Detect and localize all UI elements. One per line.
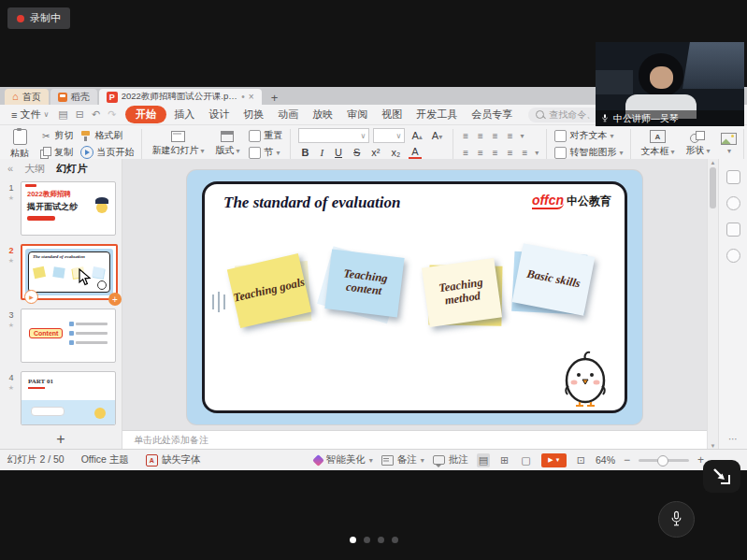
slideshow-play-button[interactable]: ▶ ▾ [541,453,567,467]
carousel-dot[interactable] [378,537,384,543]
carousel-dot[interactable] [350,537,356,543]
superscript-button[interactable]: x² [368,147,382,158]
menu-item-member[interactable]: 会员专享 [465,106,519,123]
normal-view-button[interactable]: ▤ [477,453,490,467]
zoom-out-button[interactable]: − [624,453,630,467]
redo-icon[interactable]: ↷ [104,108,120,121]
animation-panel-icon[interactable] [726,196,740,210]
indent-decrease-icon[interactable]: ≡ [491,131,500,141]
theme-name[interactable]: Office 主题 [81,453,129,467]
file-menu-button[interactable]: ≡ 文件 ∨ [6,108,54,122]
paste-button[interactable]: 粘贴 [4,127,36,161]
add-slide-button[interactable]: + [0,429,122,450]
italic-button[interactable]: I [317,147,326,158]
indent-increase-icon[interactable]: ≡ [506,131,515,141]
text-box-button[interactable]: 文本框 ▾ [636,127,679,161]
align-center-icon[interactable]: ≡ [476,148,485,158]
reset-button[interactable]: 重置 [246,129,285,142]
shapes-button[interactable]: 形状 ▾ [681,127,714,161]
slide-edit-area[interactable]: The standard of evaluation offcn 中公教育 Te… [122,159,707,430]
bullets-icon[interactable]: ≡ [461,131,470,141]
slideshow-settings-icon[interactable]: ⊡ [575,453,587,467]
zoom-level[interactable]: 64% [596,454,615,466]
smart-beautify-button[interactable]: 智能美化 ▾ [314,453,373,467]
design-panel-icon[interactable] [726,223,740,237]
slide-sorter-view-button[interactable]: ⊞ [498,453,510,467]
strikethrough-button[interactable]: S [351,147,363,158]
menu-item-view[interactable]: 视图 [375,106,409,123]
new-slide-button[interactable]: 新建幻灯片 ▾ [147,127,208,161]
scroll-up-icon[interactable]: ▲ [711,160,716,165]
underline-button[interactable]: U [332,147,345,158]
menu-item-devtools[interactable]: 开发工具 [409,106,464,123]
subscript-button[interactable]: x₂ [389,147,404,158]
tab-home[interactable]: ⌂ 首页 [5,89,49,105]
scrollbar-thumb[interactable] [710,167,716,208]
menu-item-transition[interactable]: 切换 [237,106,270,123]
zoom-slider-thumb[interactable] [657,455,668,467]
align-text-button[interactable]: 对齐文本 ▾ [552,129,625,142]
convert-smartart-button[interactable]: 转智能图形 ▾ [552,146,625,159]
more-panels-icon[interactable]: ⋯ [728,434,738,444]
shrink-font-button[interactable]: A▾ [429,130,445,141]
section-button[interactable]: 节 ▾ [246,146,285,159]
card-teaching-method[interactable]: Teaching method [425,263,498,323]
notes-toggle-button[interactable]: 备注 ▾ [381,453,424,467]
font-name-select[interactable]: ∨ [298,128,369,143]
numbering-icon[interactable]: ≡ [476,131,485,141]
layout-button[interactable]: 版式 ▾ [210,127,244,161]
slide-thumbnail-3[interactable]: Content [21,309,116,363]
print-icon[interactable]: ⊟ [72,108,88,121]
minimize-to-corner-button[interactable] [703,460,740,493]
play-from-slide-button[interactable]: ▶ [24,290,38,304]
slide-title[interactable]: The standard of evaluation [223,194,400,212]
menu-item-start[interactable]: 开始 [125,106,166,123]
copy-button[interactable]: 复制 [37,146,76,159]
font-size-select[interactable]: ∨ [373,128,405,143]
quick-add-slide-button[interactable]: + [108,293,122,306]
recording-indicator[interactable]: 录制中 [7,7,70,29]
bold-button[interactable]: B [298,147,311,158]
carousel-dot[interactable] [392,537,398,543]
notes-input[interactable]: 单击此处添加备注 [122,430,707,450]
card-teaching-content[interactable]: Teaching content [328,253,401,313]
save-icon[interactable]: ▤ [54,108,71,121]
properties-panel-icon[interactable] [726,170,740,184]
tab-slides[interactable]: 幻灯片 [56,162,87,176]
tab-outline[interactable]: 大纲 [24,162,45,176]
comments-button[interactable]: 批注 [433,453,468,467]
microphone-button[interactable] [658,501,695,538]
undo-icon[interactable]: ↶ [88,108,104,121]
font-color-button[interactable]: A [409,146,421,159]
new-tab-button[interactable]: + [267,91,282,105]
zoom-slider[interactable] [639,459,689,462]
grow-font-button[interactable]: A▴ [409,130,424,141]
tab-document[interactable]: P 2022教师招聘面试公开课.pptx • × [99,89,262,105]
tab-docer[interactable]: 稻壳 [50,89,97,105]
align-left-icon[interactable]: ≡ [461,148,470,158]
line-spacing-icon[interactable]: ≡ [521,148,530,158]
slide-thumbnail-1[interactable]: 2022教师招聘 揭开面试之纱 [21,181,116,236]
vertical-scrollbar[interactable]: ▲ ▼ [707,159,718,450]
carousel-dot[interactable] [364,537,370,543]
format-painter-button[interactable]: 格式刷 [78,129,136,142]
slide-canvas[interactable]: The standard of evaluation offcn 中公教育 Te… [187,170,642,424]
presenter-webcam[interactable]: 中公讲师—吴琴 [596,42,744,126]
play-from-current-button[interactable]: 当页开始 [78,146,136,159]
card-basic-skills[interactable]: Basic skills [517,250,590,309]
close-tab-icon[interactable]: × [249,92,254,102]
reading-view-button[interactable]: ▢ [519,453,532,467]
comment-panel-icon[interactable] [726,249,740,263]
justify-icon[interactable]: ≡ [506,148,515,158]
card-teaching-goals[interactable]: Teaching goals [233,261,306,321]
align-right-icon[interactable]: ≡ [491,148,500,158]
menu-item-animation[interactable]: 动画 [271,106,305,123]
collapse-panel-icon[interactable]: « [7,163,13,174]
menu-item-insert[interactable]: 插入 [167,106,201,123]
menu-item-slideshow[interactable]: 放映 [306,106,339,123]
picture-button[interactable]: ▾ [716,127,741,161]
menu-item-review[interactable]: 审阅 [340,106,374,123]
menu-item-design[interactable]: 设计 [202,106,236,123]
cut-button[interactable]: ✂ 剪切 [37,129,76,142]
missing-fonts-button[interactable]: 缺失字体 [146,453,201,467]
